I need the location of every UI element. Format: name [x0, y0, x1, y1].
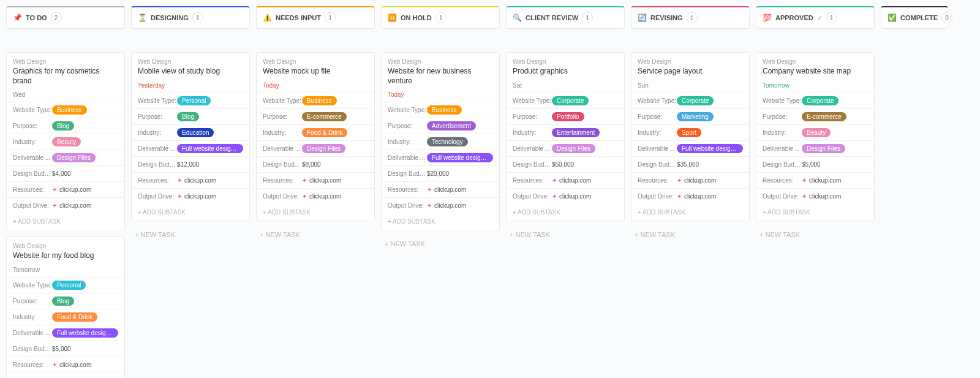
tag-pill[interactable]: Personal — [177, 96, 211, 105]
field-label: Deliverable ... — [763, 145, 802, 152]
field-label: Purpose: — [513, 113, 552, 120]
tag-pill[interactable]: Full website design and lay... — [52, 328, 118, 338]
column-name: NEEDS INPUT — [276, 14, 321, 21]
link-value[interactable]: ✦clickup.com — [427, 186, 466, 193]
link-value[interactable]: ✦clickup.com — [302, 193, 341, 200]
add-subtask-button[interactable]: + ADD SUBTASK — [756, 204, 874, 221]
tag-pill[interactable]: Education — [177, 128, 214, 137]
tag-pill[interactable]: Full website design and lay... — [677, 144, 743, 153]
tag-pill[interactable]: Food & Drink — [302, 128, 347, 137]
tag-pill[interactable]: Business — [302, 96, 337, 105]
field-row: Website Type:Corporate — [631, 93, 749, 108]
new-task-button[interactable]: + NEW TASK — [631, 227, 750, 242]
task-card[interactable]: Web DesignService page layoutSunWebsite … — [631, 52, 750, 221]
link-text: clickup.com — [59, 361, 91, 368]
field-label: Website Type: — [138, 97, 177, 104]
column-header[interactable]: 💯APPROVED✓1 — [756, 6, 875, 29]
task-card[interactable]: Web DesignWebsite for my food blogTomorr… — [6, 236, 125, 378]
column-header[interactable]: ⌛DESIGNING1 — [131, 6, 250, 29]
tag-pill[interactable]: Corporate — [552, 96, 589, 105]
tag-pill[interactable]: Full website design and lay... — [177, 144, 243, 153]
add-subtask-button[interactable]: + ADD SUBTASK — [631, 204, 749, 221]
clickup-icon: ✦ — [427, 186, 432, 193]
column-header[interactable]: 🔄REVISING1 — [631, 6, 750, 29]
task-card[interactable]: Web DesignProduct graphicsSatWebsite Typ… — [506, 52, 625, 221]
add-subtask-button[interactable]: + ADD SUBTASK — [7, 213, 124, 230]
column-header[interactable]: ✅COMPLETE0 — [881, 6, 948, 29]
link-value[interactable]: ✦clickup.com — [427, 202, 466, 209]
column-header[interactable]: 🔍CLIENT REVIEW1 — [506, 6, 625, 29]
tag-pill[interactable]: E-commerce — [802, 112, 846, 121]
link-value[interactable]: ✦clickup.com — [52, 186, 91, 193]
link-value[interactable]: ✦clickup.com — [302, 177, 341, 184]
new-task-button[interactable]: + NEW TASK — [131, 227, 250, 242]
tag-pill[interactable]: Design Files — [552, 144, 595, 153]
column-status-icon: ⌛ — [138, 14, 147, 21]
link-value[interactable]: ✦clickup.com — [52, 361, 91, 368]
tag-pill[interactable]: Corporate — [802, 96, 839, 105]
tag-pill[interactable]: E-commerce — [302, 112, 347, 121]
field-value-wrap: ✦clickup.com — [427, 186, 466, 193]
field-value-wrap: ✦clickup.com — [177, 177, 216, 184]
column: ✅COMPLETE0 — [881, 6, 948, 52]
tag-pill[interactable]: Blog — [52, 121, 74, 130]
tag-pill[interactable]: Portfolio — [552, 112, 584, 121]
task-card[interactable]: Web DesignMobile view of study blogYeste… — [131, 52, 250, 221]
tag-pill[interactable]: Corporate — [677, 96, 714, 105]
new-task-button[interactable]: + NEW TASK — [506, 227, 625, 242]
link-value[interactable]: ✦clickup.com — [802, 177, 841, 184]
link-value[interactable]: ✦clickup.com — [677, 193, 716, 200]
field-row: Purpose:Advertisement — [382, 118, 499, 134]
card-category: Web Design — [263, 58, 368, 65]
tag-pill[interactable]: Beauty — [802, 128, 831, 137]
column-header[interactable]: ⏸️ON HOLD1 — [381, 6, 500, 29]
add-subtask-button[interactable]: + ADD SUBTASK — [382, 213, 499, 230]
add-subtask-button[interactable]: + ADD SUBTASK — [132, 204, 249, 221]
task-card[interactable]: Web DesignWebsite for new business ventu… — [381, 52, 500, 230]
card-date: Today — [263, 82, 368, 89]
tag-pill[interactable]: Blog — [52, 297, 74, 306]
link-value[interactable]: ✦clickup.com — [802, 193, 841, 200]
tag-pill[interactable]: Design Files — [52, 153, 96, 162]
field-row: Output Drive:✦clickup.com — [132, 188, 249, 204]
field-row: Design Budg...$5,000 — [7, 341, 124, 357]
field-value-wrap: $50,000 — [552, 161, 574, 168]
tag-pill[interactable]: Beauty — [52, 137, 81, 146]
link-value[interactable]: ✦clickup.com — [177, 177, 216, 184]
add-subtask-button[interactable]: + ADD SUBTASK — [507, 204, 624, 221]
column-header[interactable]: ⚠️NEEDS INPUT1 — [256, 6, 375, 29]
tag-pill[interactable]: Entertainment — [552, 128, 600, 137]
tag-pill[interactable]: Food & Drink — [52, 312, 97, 322]
field-label: Output Drive: — [263, 193, 302, 200]
clickup-icon: ✦ — [52, 361, 57, 368]
card-head: Web DesignWebsite for my food blogTomorr… — [7, 237, 124, 277]
tag-pill[interactable]: Design Files — [802, 144, 845, 153]
tag-pill[interactable]: Technology — [427, 137, 468, 146]
task-card[interactable]: Web DesignWebsite mock up fileTodayWebsi… — [256, 52, 375, 221]
tag-pill[interactable]: Blog — [177, 112, 199, 121]
tag-pill[interactable]: Sport — [677, 128, 701, 137]
column: ⏸️ON HOLD1Web DesignWebsite for new busi… — [381, 6, 500, 251]
new-task-button[interactable]: + NEW TASK — [256, 227, 375, 242]
field-row: Design Budg...$5,000 — [756, 156, 874, 172]
new-task-button[interactable]: + NEW TASK — [381, 236, 500, 251]
link-value[interactable]: ✦clickup.com — [52, 202, 91, 209]
tag-pill[interactable]: Personal — [52, 281, 86, 290]
column-header[interactable]: 📌TO DO2 — [6, 6, 125, 29]
tag-pill[interactable]: Business — [427, 105, 462, 115]
tag-pill[interactable]: Full website design and lay... — [427, 153, 493, 162]
tag-pill[interactable]: Business — [52, 105, 87, 115]
tag-pill[interactable]: Advertisement — [427, 121, 476, 130]
new-task-button[interactable]: + NEW TASK — [756, 227, 875, 242]
field-label: Website Type: — [13, 107, 52, 113]
tag-pill[interactable]: Design Files — [302, 144, 345, 153]
task-card[interactable]: Web DesignGraphics for my cosmetics bran… — [6, 52, 125, 230]
field-value-wrap: Personal — [52, 281, 86, 290]
add-subtask-button[interactable]: + ADD SUBTASK — [257, 204, 374, 221]
link-value[interactable]: ✦clickup.com — [552, 177, 591, 184]
link-value[interactable]: ✦clickup.com — [177, 193, 216, 200]
tag-pill[interactable]: Marketing — [677, 112, 714, 121]
task-card[interactable]: Web DesignCompany website site mapTomorr… — [756, 52, 875, 221]
link-value[interactable]: ✦clickup.com — [677, 177, 716, 184]
link-value[interactable]: ✦clickup.com — [552, 193, 591, 200]
